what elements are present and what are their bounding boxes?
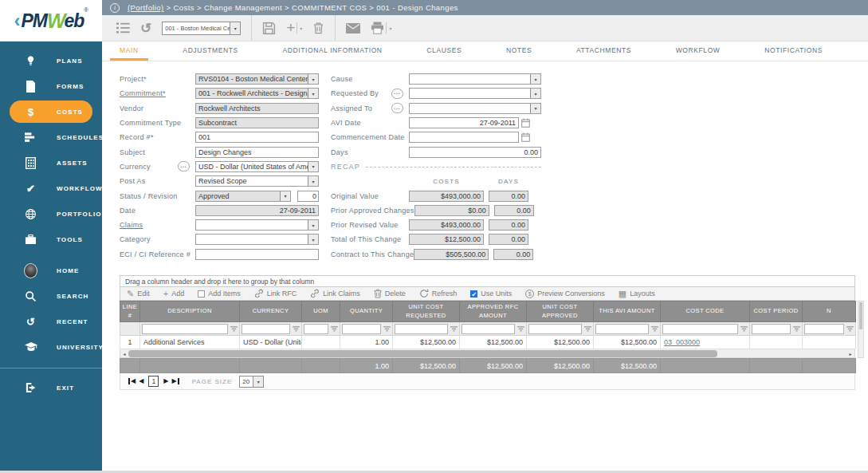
eci-ci-reference-input[interactable]: [195, 249, 319, 260]
info-icon[interactable]: i: [110, 3, 120, 13]
record-number-input[interactable]: 001: [195, 132, 319, 143]
commitment-select[interactable]: 001 - Rockwell Architects - Design Serv▾: [195, 88, 319, 99]
tab-notifications[interactable]: NOTIFICATIONS: [755, 41, 832, 61]
filter-icon[interactable]: [793, 326, 800, 332]
filter-icon[interactable]: [517, 326, 524, 332]
filter-icon[interactable]: [383, 326, 391, 332]
filter-input[interactable]: [595, 324, 649, 334]
ellipsis-button[interactable]: •••: [391, 103, 403, 113]
status-select[interactable]: Approved▾: [195, 191, 291, 202]
chevron-down-icon[interactable]: ▾: [530, 89, 540, 98]
sidebar-item-workflows[interactable]: ✔ WORKFLOWS: [0, 175, 102, 201]
tab-additional-information[interactable]: ADDITIONAL INFORMATION: [273, 41, 391, 61]
subject-input[interactable]: Design Changes: [195, 147, 319, 158]
tab-clauses[interactable]: CLAUSES: [417, 41, 471, 61]
filter-input[interactable]: [142, 324, 228, 334]
chevron-down-icon[interactable]: ▾: [308, 74, 318, 84]
sidebar-item-plans[interactable]: PLANS: [0, 48, 102, 73]
chevron-down-icon[interactable]: ▾: [308, 220, 318, 230]
days-input[interactable]: 0.00: [409, 147, 541, 158]
calendar-icon[interactable]: [521, 132, 530, 142]
breadcrumb-portfolio-link[interactable]: (Portfolio): [128, 3, 164, 12]
layouts-button[interactable]: ▦Layouts: [619, 290, 655, 298]
commencement-date-input[interactable]: [409, 132, 519, 143]
field-label-link[interactable]: Claims: [120, 221, 195, 229]
refresh-button[interactable]: Refresh: [419, 289, 458, 298]
filter-input[interactable]: [804, 324, 844, 334]
sidebar-item-costs[interactable]: $ COSTS: [10, 101, 92, 123]
add-button[interactable]: +Add: [163, 290, 184, 298]
post-as-select[interactable]: Revised Scope▾: [195, 175, 319, 187]
claims-select[interactable]: ▾: [195, 219, 319, 231]
tab-main[interactable]: MAIN: [110, 41, 148, 61]
chevron-down-icon[interactable]: ▾: [297, 22, 302, 34]
chevron-down-icon[interactable]: ▾: [308, 235, 318, 244]
page-size-select[interactable]: 20 ▾: [239, 376, 264, 388]
sidebar-item-university[interactable]: UNIVERSITY: [0, 334, 102, 360]
column-header-unit-cost-requested[interactable]: UNIT COST REQUESTED: [393, 302, 460, 322]
column-header-currency[interactable]: CURRENCY: [240, 302, 302, 322]
sidebar-item-tools[interactable]: TOOLS: [0, 227, 102, 252]
column-header-approved-rfc-amount[interactable]: APPROVED RFC AMOUNT: [460, 302, 527, 322]
print-button[interactable]: ▾: [371, 22, 391, 34]
first-page-button[interactable]: ◀: [128, 378, 136, 384]
sidebar-item-forms[interactable]: FORMS: [0, 73, 102, 99]
preview-conversions-button[interactable]: $Preview Conversions: [525, 290, 605, 298]
chevron-down-icon[interactable]: ▾: [530, 74, 540, 84]
filter-icon[interactable]: [230, 326, 238, 332]
column-header-unit-cost-approved[interactable]: UNIT COST APPROVED: [527, 302, 594, 322]
revision-history-icon[interactable]: ↺: [140, 22, 151, 35]
column-header-cost-period[interactable]: COST PERIOD: [750, 302, 803, 322]
chevron-down-icon[interactable]: ▾: [308, 89, 318, 98]
use-units-checkbox[interactable]: ✔Use Units: [470, 290, 512, 298]
filter-icon[interactable]: [331, 326, 338, 332]
cost-code-link[interactable]: 03_003000: [664, 338, 700, 346]
tab-attachments[interactable]: ATTACHMENTS: [567, 41, 641, 61]
pmweb-logo[interactable]: ‹PMWeb®: [0, 0, 102, 41]
add-items-button[interactable]: Add Items: [198, 290, 241, 298]
edit-button[interactable]: ✎Edit: [127, 290, 150, 298]
group-by-drop-zone[interactable]: Drag a column header and drop it here to…: [120, 275, 855, 286]
column-header-line[interactable]: LINE #: [120, 302, 140, 322]
column-header-notes[interactable]: N: [803, 302, 856, 322]
horizontal-scrollbar[interactable]: ◂ ▸: [120, 349, 855, 358]
requested-by-select[interactable]: ▾: [409, 88, 541, 99]
filter-input[interactable]: [662, 324, 738, 334]
scroll-right-icon[interactable]: ▸: [846, 351, 854, 357]
sidebar-item-assets[interactable]: ASSETS: [0, 150, 102, 175]
chevron-down-icon[interactable]: ▾: [530, 104, 540, 113]
sidebar-item-search[interactable]: SEARCH: [0, 283, 102, 309]
link-claims-button[interactable]: Link Claims: [310, 289, 360, 298]
table-row[interactable]: 1 Additional Services USD - Dollar (Unit…: [120, 336, 856, 349]
chevron-down-icon[interactable]: ▾: [253, 376, 263, 387]
sidebar-item-recent[interactable]: ↺ RECENT: [0, 309, 102, 334]
currency-select[interactable]: USD - Dollar (United States of America)▾: [195, 161, 319, 172]
chevron-down-icon[interactable]: ▾: [230, 22, 240, 34]
save-icon[interactable]: [262, 22, 276, 35]
tab-workflow[interactable]: WORKFLOW: [666, 41, 730, 61]
revision-input[interactable]: 0: [297, 191, 319, 202]
scroll-left-icon[interactable]: ◂: [120, 351, 128, 357]
current-page-indicator[interactable]: 1: [148, 376, 159, 387]
filter-icon[interactable]: [740, 326, 748, 332]
assigned-to-select[interactable]: ▾: [409, 103, 541, 114]
filter-input[interactable]: [752, 324, 791, 334]
filter-input[interactable]: [342, 324, 381, 334]
sidebar-item-schedules[interactable]: SCHEDULES: [0, 124, 102, 150]
filter-input[interactable]: [528, 324, 582, 334]
filter-input[interactable]: [395, 324, 448, 334]
filter-input[interactable]: [242, 324, 290, 334]
column-header-this-avi-amount[interactable]: THIS AVI AMOUNT: [594, 302, 661, 322]
avi-date-input[interactable]: 27-09-2011: [409, 117, 519, 128]
previous-page-button[interactable]: ◀: [139, 378, 143, 384]
project-select[interactable]: RVS0104 - Boston Medical Center▾: [195, 73, 319, 85]
ellipsis-button[interactable]: •••: [391, 89, 403, 99]
tab-notes[interactable]: NOTES: [497, 41, 541, 61]
delete-record-icon[interactable]: [312, 22, 324, 34]
chevron-down-icon[interactable]: ▾: [308, 162, 318, 171]
chevron-down-icon[interactable]: ▾: [386, 22, 391, 34]
filter-icon[interactable]: [584, 326, 591, 332]
email-icon[interactable]: [346, 23, 360, 34]
field-label-link[interactable]: Commitment*: [120, 89, 195, 97]
record-selector-dropdown[interactable]: 001 - Boston Medical Center - Desig ▾: [162, 22, 241, 35]
